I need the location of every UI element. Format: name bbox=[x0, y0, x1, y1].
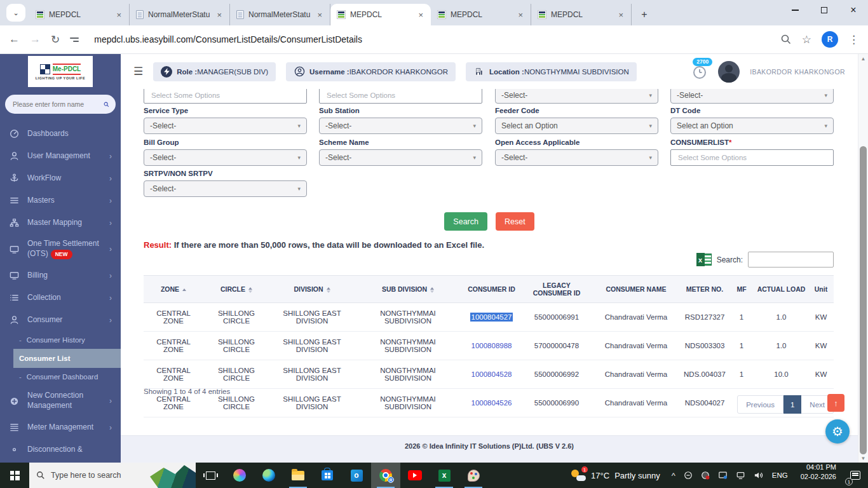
column-header-sub-division[interactable]: SUB DIVISION bbox=[355, 276, 461, 303]
taskbar-app-store[interactable] bbox=[313, 463, 342, 488]
network-icon[interactable] bbox=[736, 471, 745, 480]
sidebar-item-new-connection-management[interactable]: New Connection Management › bbox=[0, 386, 121, 416]
column-header-consumer-id[interactable]: CONSUMER ID bbox=[461, 276, 522, 303]
scrollbar-down-arrow[interactable]: ▼ bbox=[858, 454, 868, 463]
tab-close-icon[interactable]: × bbox=[616, 10, 626, 20]
sidebar-item-billing[interactable]: Billing › bbox=[0, 264, 121, 287]
sidebar-search-input[interactable] bbox=[11, 100, 100, 109]
browser-tab[interactable]: NormalMeterStatus_1 × bbox=[230, 4, 330, 25]
pagination-previous[interactable]: Previous bbox=[737, 395, 783, 414]
browser-tab-active[interactable]: MEPDCL × bbox=[330, 4, 431, 25]
taskbar-app-excel[interactable]: x bbox=[430, 463, 459, 488]
consumer-id-link[interactable]: 1000808988 bbox=[471, 342, 512, 349]
sidebar-subitem-consumer-dashboard[interactable]: - Consumer Dashboard bbox=[0, 368, 121, 386]
column-header-consumer-name[interactable]: CONSUMER NAME bbox=[592, 276, 681, 303]
sidebar-subitem-consumer-history[interactable]: - Consumer History bbox=[0, 331, 121, 349]
sub-station-select[interactable]: -Select-▾ bbox=[319, 118, 482, 134]
bill-group-select[interactable]: -Select-▾ bbox=[144, 149, 307, 166]
sidebar-item-one-time-settlement[interactable]: One Time Settlement (OTS)NEW › bbox=[0, 234, 121, 264]
session-clock[interactable]: 2700 bbox=[691, 64, 708, 80]
task-view-button[interactable] bbox=[196, 463, 225, 488]
consumerlist-input[interactable] bbox=[677, 153, 827, 162]
column-header-legacy-consumer-id[interactable]: LEGACY CONSUMER ID bbox=[522, 276, 592, 303]
reload-button[interactable]: ↻ bbox=[51, 33, 60, 46]
sidebar-item-master-mapping[interactable]: Master Mapping › bbox=[0, 212, 121, 234]
volume-icon[interactable] bbox=[754, 471, 764, 480]
browser-tab[interactable]: MEPDCL × bbox=[29, 4, 130, 25]
excel-export-icon[interactable]: x bbox=[696, 253, 712, 266]
meet-now-icon[interactable] bbox=[684, 471, 693, 480]
tab-close-icon[interactable]: × bbox=[315, 10, 325, 20]
browser-profile-avatar[interactable]: R bbox=[822, 31, 838, 48]
column-header-meter-no[interactable]: METER NO. bbox=[681, 276, 729, 303]
scheme-name-select[interactable]: -Select-▾ bbox=[319, 149, 482, 166]
tab-close-icon[interactable]: × bbox=[515, 10, 526, 20]
search-button[interactable]: Search bbox=[444, 212, 487, 231]
window-close-button[interactable]: × bbox=[839, 0, 868, 20]
multiselect-input[interactable] bbox=[325, 91, 476, 100]
tab-close-icon[interactable]: × bbox=[214, 10, 224, 20]
sidebar-item-disconnection[interactable]: Disconnection & bbox=[0, 438, 121, 461]
back-button[interactable]: ← bbox=[9, 33, 20, 46]
srtpv-select[interactable]: -Select-▾ bbox=[144, 180, 307, 197]
language-indicator[interactable]: ENG bbox=[772, 471, 788, 479]
consumer-id-link[interactable]: 1000804526 bbox=[471, 399, 512, 407]
display-cast-icon[interactable] bbox=[718, 471, 728, 480]
consumer-id-link-selected[interactable]: 1000804527 bbox=[470, 313, 513, 322]
notification-center-button[interactable]: 1 bbox=[843, 463, 868, 488]
column-header-actual-load[interactable]: ACTUAL LOAD bbox=[754, 276, 808, 303]
taskbar-app-chrome[interactable]: R bbox=[371, 463, 400, 488]
column-header-division[interactable]: DIVISION bbox=[269, 276, 355, 303]
taskbar-clock[interactable]: 04:01 PM 02-02-2026 bbox=[794, 463, 843, 488]
sidebar-subitem-consumer-list[interactable]: Consumer List bbox=[13, 349, 121, 368]
forward-button[interactable]: → bbox=[30, 33, 41, 46]
sidebar-item-consumer[interactable]: Consumer › bbox=[0, 309, 121, 331]
scroll-top-button[interactable]: ↑ bbox=[827, 394, 844, 412]
browser-tab[interactable]: MEPDCL × bbox=[431, 4, 531, 25]
multiselect-input[interactable] bbox=[150, 91, 301, 100]
scrollbar-up-arrow[interactable]: ▲ bbox=[858, 54, 868, 63]
bookmark-star-icon[interactable]: ☆ bbox=[802, 33, 811, 46]
search-icon[interactable] bbox=[104, 100, 109, 109]
onedrive-icon[interactable] bbox=[701, 471, 710, 480]
new-tab-button[interactable]: + bbox=[635, 6, 653, 24]
select-dropdown[interactable]: -Select-▾ bbox=[670, 89, 834, 104]
taskbar-app-copilot[interactable] bbox=[225, 463, 254, 488]
taskbar-app-youtube[interactable] bbox=[400, 463, 430, 488]
dt-code-select[interactable]: Select an Option▾ bbox=[670, 118, 834, 134]
browser-tab[interactable]: MEPDCL × bbox=[531, 4, 632, 25]
consumer-id-link[interactable]: 1000804528 bbox=[471, 370, 512, 378]
tray-expand-icon[interactable]: ^ bbox=[672, 471, 675, 480]
sidebar-item-workflow[interactable]: WorkFlow › bbox=[0, 167, 121, 189]
column-header-circle[interactable]: CIRCLE bbox=[203, 276, 269, 303]
open-access-select[interactable]: -Select-▾ bbox=[495, 149, 658, 166]
browser-tab[interactable]: NormalMeterStatus17 × bbox=[130, 4, 230, 25]
window-minimize-button[interactable] bbox=[780, 0, 810, 20]
sidebar-item-meter-management[interactable]: Meter Management › bbox=[0, 416, 121, 438]
sidebar-item-collection[interactable]: Collection › bbox=[0, 287, 121, 309]
taskbar-app-outlook[interactable]: o bbox=[342, 463, 371, 488]
start-button[interactable] bbox=[0, 463, 29, 488]
taskbar-app-paint[interactable] bbox=[459, 463, 488, 488]
profile-avatar[interactable] bbox=[718, 61, 740, 83]
select-dropdown[interactable]: -Select-▾ bbox=[495, 89, 658, 104]
table-search-input[interactable] bbox=[748, 252, 834, 268]
settings-fab[interactable]: ⚙ bbox=[825, 419, 850, 444]
browser-menu-icon[interactable]: ⋮ bbox=[848, 33, 859, 46]
scrollbar-thumb[interactable] bbox=[860, 146, 867, 454]
taskbar-app-file-explorer[interactable] bbox=[283, 463, 313, 488]
taskbar-app-edge[interactable] bbox=[254, 463, 283, 488]
tab-close-icon[interactable]: × bbox=[416, 10, 426, 20]
column-header-mf[interactable]: MF bbox=[729, 276, 754, 303]
site-info-icon[interactable] bbox=[70, 32, 84, 46]
tab-close-icon[interactable]: × bbox=[114, 10, 124, 20]
sidebar-item-user-management[interactable]: User Management › bbox=[0, 145, 121, 167]
reset-button[interactable]: Reset bbox=[496, 212, 534, 231]
url-text[interactable]: mepdcl.ubs.ieasybill.com/ConsumerListDet… bbox=[94, 34, 770, 44]
taskbar-search[interactable]: Type here to search bbox=[29, 463, 196, 488]
hamburger-icon[interactable]: ☰ bbox=[133, 65, 143, 78]
page-scrollbar[interactable]: ▲ ▼ bbox=[858, 54, 868, 463]
tab-search-button[interactable]: ⌄ bbox=[6, 4, 25, 22]
sidebar-item-masters[interactable]: Masters › bbox=[0, 189, 121, 212]
pagination-page-1[interactable]: 1 bbox=[783, 395, 801, 414]
